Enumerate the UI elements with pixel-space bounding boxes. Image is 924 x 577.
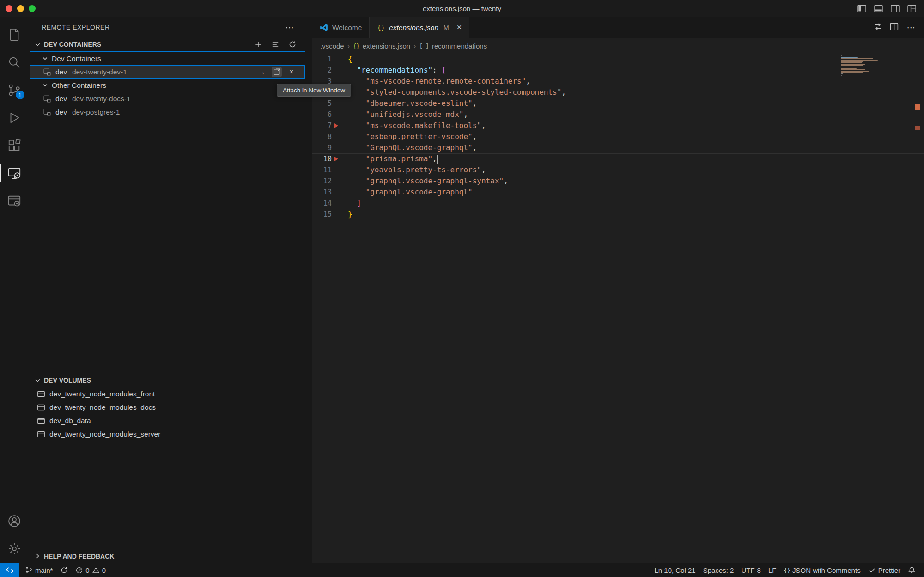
accounts-icon[interactable] xyxy=(0,507,29,535)
volume-item[interactable]: dev_twenty_node_modules_docs xyxy=(29,401,312,414)
volume-item[interactable]: dev_db_data xyxy=(29,414,312,427)
toggle-panel-icon[interactable] xyxy=(873,3,883,13)
sync-status[interactable] xyxy=(56,566,72,574)
formatter-status[interactable]: Prettier xyxy=(864,566,904,574)
editor[interactable]: 1{2 "recommendations": [3 "ms-vscode-rem… xyxy=(312,54,924,563)
section-help-feedback[interactable]: HELP AND FEEDBACK xyxy=(29,549,312,563)
bell-icon xyxy=(908,566,916,574)
volume-item[interactable]: dev_twenty_node_modules_server xyxy=(29,427,312,441)
json-file-icon: {} xyxy=(353,43,359,49)
open-changes-icon[interactable] xyxy=(873,22,883,33)
sidebar-more-actions-icon[interactable]: ⋯ xyxy=(284,22,295,33)
container-icon xyxy=(43,95,51,103)
code-line: 10 "prisma.prisma", xyxy=(312,153,924,164)
dev-containers-tree: Dev Containers dev dev-twenty-dev-1 → × xyxy=(30,51,305,373)
code-line: 6 "unifiedjs.vscode-mdx", xyxy=(312,109,924,120)
braces-icon: {} xyxy=(784,567,790,574)
warning-count: 0 xyxy=(102,566,106,574)
problems-status[interactable]: 0 0 xyxy=(72,566,109,574)
maximize-window-button[interactable] xyxy=(29,5,36,12)
tree-group-label: Other Containers xyxy=(52,81,106,90)
explorer-icon[interactable] xyxy=(0,21,29,49)
section-dev-containers-label: DEV CONTAINERS xyxy=(44,41,101,48)
tree-item-dev-postgres-1[interactable]: dev dev-postgres-1 xyxy=(30,105,305,119)
add-container-icon[interactable] xyxy=(253,39,264,50)
minimize-window-button[interactable] xyxy=(17,5,24,12)
line-number: 13 xyxy=(312,187,332,198)
filter-list-icon[interactable] xyxy=(270,39,281,50)
language-mode-status[interactable]: {} JSON with Comments xyxy=(780,566,864,574)
section-dev-volumes[interactable]: DEV VOLUMES xyxy=(29,373,312,387)
cursor-position-status[interactable]: Ln 10, Col 21 xyxy=(650,566,699,574)
breadcrumb-separator: › xyxy=(347,42,350,50)
attach-new-window-icon[interactable] xyxy=(272,67,282,77)
tree-group-other-containers[interactable]: Other Containers xyxy=(30,79,305,92)
refresh-icon[interactable] xyxy=(287,39,298,50)
gutter-marker-icon xyxy=(334,123,338,128)
extensions-icon[interactable] xyxy=(0,132,29,159)
stop-container-icon[interactable]: × xyxy=(286,67,297,77)
tree-item-dev-twenty-dev-1[interactable]: dev dev-twenty-dev-1 → × xyxy=(30,65,305,79)
split-editor-icon[interactable] xyxy=(889,22,899,33)
container-id: dev-twenty-docs-1 xyxy=(72,95,131,103)
code-line: 4 "styled-components.vscode-styled-compo… xyxy=(312,87,924,98)
close-tab-icon[interactable]: × xyxy=(457,23,462,32)
code-line: 9 "GraphQL.vscode-graphql", xyxy=(312,142,924,153)
toggle-secondary-sidebar-icon[interactable] xyxy=(890,3,900,13)
scm-badge: 1 xyxy=(16,91,24,99)
indentation-status[interactable]: Spaces: 2 xyxy=(699,566,738,574)
container-icon xyxy=(43,68,51,76)
run-debug-icon[interactable] xyxy=(0,104,29,132)
customize-layout-icon[interactable] xyxy=(906,3,917,13)
attach-to-container-icon[interactable]: → xyxy=(257,67,267,77)
volume-item[interactable]: dev_twenty_node_modules_front xyxy=(29,387,312,401)
line-number: 1 xyxy=(312,54,332,65)
tree-item-dev-twenty-docs-1[interactable]: dev dev-twenty-docs-1 xyxy=(30,92,305,105)
container-name: dev xyxy=(55,108,67,116)
container-name: dev xyxy=(55,68,67,76)
container-name: dev xyxy=(55,95,67,103)
section-dev-containers[interactable]: DEV CONTAINERS xyxy=(29,37,312,51)
volume-icon xyxy=(37,403,45,412)
json-file-icon: {} xyxy=(377,24,385,31)
toggle-primary-sidebar-icon[interactable] xyxy=(857,3,867,13)
container-icon xyxy=(43,108,51,116)
close-window-button[interactable] xyxy=(6,5,12,12)
line-number: 6 xyxy=(312,109,332,120)
branch-label: main* xyxy=(35,566,53,574)
git-branch-status[interactable]: main* xyxy=(21,566,56,574)
activity-bar: 1 xyxy=(0,17,29,563)
minimap[interactable] xyxy=(841,55,881,76)
volume-icon xyxy=(37,390,45,398)
breadcrumb-file[interactable]: extensions.json xyxy=(363,42,410,50)
line-number: 12 xyxy=(312,176,332,187)
code-line: 14 ] xyxy=(312,198,924,209)
volume-label: dev_twenty_node_modules_server xyxy=(49,430,160,438)
sidebar-header: REMOTE EXPLORER ⋯ xyxy=(29,17,312,37)
volume-label: dev_twenty_node_modules_front xyxy=(49,390,155,398)
settings-gear-icon[interactable] xyxy=(0,535,29,563)
section-dev-volumes-label: DEV VOLUMES xyxy=(44,377,91,384)
encoding-status[interactable]: UTF-8 xyxy=(737,566,765,574)
source-control-icon[interactable]: 1 xyxy=(0,76,29,104)
notifications-status[interactable] xyxy=(904,566,919,574)
error-count: 0 xyxy=(85,566,89,574)
text-cursor xyxy=(437,155,438,164)
tab-welcome[interactable]: Welcome xyxy=(312,17,370,38)
search-icon[interactable] xyxy=(0,49,29,76)
git-modified-badge: M xyxy=(444,24,449,31)
code-line: 3 "ms-vscode-remote.remote-containers", xyxy=(312,76,924,87)
branch-icon xyxy=(25,566,33,574)
remote-explorer-icon[interactable] xyxy=(0,159,29,187)
tree-group-dev-containers[interactable]: Dev Containers xyxy=(30,52,305,65)
eol-status[interactable]: LF xyxy=(765,566,780,574)
tab-extensions-json[interactable]: {} extensions.json M × xyxy=(370,17,469,38)
tab-label: extensions.json xyxy=(389,24,438,32)
more-actions-icon[interactable]: ⋯ xyxy=(906,22,917,33)
remote-indicator[interactable] xyxy=(0,563,19,577)
dev-containers-icon[interactable] xyxy=(0,187,29,215)
tooltip: Attach in New Window xyxy=(277,84,351,97)
breadcrumb-folder[interactable]: .vscode xyxy=(320,42,344,50)
formatter-label: Prettier xyxy=(878,566,900,574)
breadcrumb-symbol[interactable]: recommendations xyxy=(432,42,487,50)
